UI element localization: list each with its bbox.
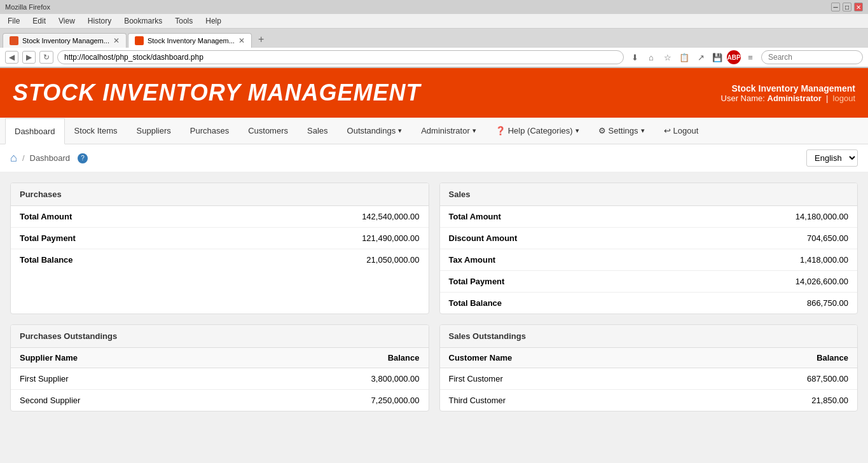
nav-suppliers[interactable]: Suppliers [127, 118, 181, 144]
home-nav-icon[interactable]: ⌂ [644, 50, 658, 64]
app-user-info: User Name: Administrator | logout [721, 93, 855, 103]
customer-balance: 687,500.00 [681, 368, 857, 390]
dashboard-row-2: Purchases Outstandings Supplier Name Bal… [10, 324, 858, 411]
download-icon[interactable]: ⬇ [628, 50, 642, 64]
menu-file[interactable]: File [5, 15, 22, 27]
tab-label-1: Stock Inventory Managem... [22, 37, 109, 45]
table-row: Total Amount142,540,000.00 [11, 206, 429, 228]
address-input[interactable] [57, 50, 624, 64]
app-name-label: Stock Inventory Management [721, 83, 855, 93]
dashboard-row-1: Purchases Total Amount142,540,000.00Tota… [10, 183, 858, 314]
username-label: Administrator [768, 93, 822, 103]
bookmark-icon[interactable]: ☆ [661, 50, 675, 64]
nav-logout[interactable]: ↩ Logout [654, 118, 708, 144]
home-breadcrumb-icon[interactable]: ⌂ [10, 151, 17, 165]
breadcrumb-separator: / [22, 153, 25, 163]
nav-customers[interactable]: Customers [238, 118, 298, 144]
menu-help[interactable]: Help [203, 15, 224, 27]
table-row: Tax Amount1,418,000.00 [440, 249, 858, 271]
so-col-name: Customer Name [440, 348, 682, 368]
nav-settings[interactable]: ⚙ Settings [589, 118, 654, 144]
row-value: 121,490,000.00 [240, 228, 428, 249]
menu-tools[interactable]: Tools [172, 15, 195, 27]
help-circle-icon: ❓ [495, 126, 506, 135]
sales-outstandings-panel: Sales Outstandings Customer Name Balance… [439, 324, 858, 411]
so-col-balance: Balance [681, 348, 857, 368]
breadcrumb-help-icon[interactable]: ? [78, 153, 88, 163]
language-select[interactable]: English [806, 149, 858, 167]
tab-close-1[interactable]: ✕ [113, 36, 120, 45]
reload-button[interactable]: ↻ [39, 51, 53, 64]
search-input[interactable] [761, 50, 863, 64]
sales-panel-header: Sales [440, 183, 858, 206]
nav-dashboard[interactable]: Dashboard [5, 118, 65, 144]
row-label: Total Balance [440, 293, 670, 314]
maximize-button[interactable]: □ [843, 3, 851, 11]
minimize-button[interactable]: ─ [831, 3, 840, 11]
tab-icon-1 [10, 36, 18, 45]
menu-edit[interactable]: Edit [30, 15, 48, 27]
row-label: Total Balance [11, 249, 240, 271]
main-content: Purchases Total Amount142,540,000.00Tota… [0, 172, 868, 432]
adblock-icon[interactable]: ABP [727, 50, 741, 64]
browser-tab-2[interactable]: Stock Inventory Managem... ✕ [128, 33, 252, 48]
close-button[interactable]: ✕ [854, 3, 863, 11]
sales-outstandings-header: Sales Outstandings [440, 325, 858, 348]
row-value: 704,650.00 [670, 228, 857, 249]
row-label: Total Payment [11, 228, 240, 249]
supplier-balance: 7,250,000.00 [237, 390, 428, 411]
row-label: Discount Amount [440, 228, 670, 249]
table-row: Total Amount14,180,000.00 [440, 206, 858, 228]
table-row: Discount Amount704,650.00 [440, 228, 858, 249]
row-value: 14,180,000.00 [670, 206, 857, 228]
purchases-panel-header: Purchases [11, 183, 429, 206]
menu-view[interactable]: View [56, 15, 78, 27]
app-header-right: Stock Inventory Management User Name: Ad… [721, 83, 855, 103]
purchases-table: Total Amount142,540,000.00Total Payment1… [11, 206, 429, 270]
row-value: 21,050,000.00 [240, 249, 428, 271]
purchases-panel: Purchases Total Amount142,540,000.00Tota… [10, 183, 429, 314]
po-col-balance: Balance [237, 348, 428, 368]
breadcrumb-current: Dashboard [30, 153, 71, 163]
browser-tab-1[interactable]: Stock Inventory Managem... ✕ [3, 33, 127, 48]
nav-sales[interactable]: Sales [298, 118, 338, 144]
browser-menubar: File Edit View History Bookmarks Tools H… [0, 14, 868, 29]
nav-help[interactable]: ❓ Help (Categories) [486, 118, 589, 144]
nav-stock-items[interactable]: Stock Items [65, 118, 127, 144]
new-tab-button[interactable]: + [253, 31, 269, 48]
tab-icon-2 [135, 36, 144, 45]
table-row: Total Balance866,750.00 [440, 293, 858, 314]
settings-icon: ⚙ [598, 126, 606, 135]
breadcrumb-bar: ⌂ / Dashboard ? English [0, 144, 868, 172]
tab-close-2[interactable]: ✕ [238, 36, 245, 45]
table-row: First Customer687,500.00 [440, 368, 858, 390]
nav-outstandings[interactable]: Outstandings [338, 118, 412, 144]
user-label: User Name: [721, 93, 765, 103]
nav-purchases[interactable]: Purchases [181, 118, 238, 144]
table-row: Second Supplier7,250,000.00 [11, 390, 429, 411]
menu-bookmarks[interactable]: Bookmarks [121, 15, 165, 27]
browser-tabs-bar: Stock Inventory Managem... ✕ Stock Inven… [0, 29, 868, 48]
app-title: STOCK INVENTORY MANAGEMENT [13, 79, 420, 106]
table-row: Total Balance21,050,000.00 [11, 249, 429, 271]
reader-icon[interactable]: 📋 [677, 50, 691, 64]
customer-name: First Customer [440, 368, 682, 390]
row-label: Tax Amount [440, 249, 670, 271]
navbar: Dashboard Stock Items Suppliers Purchase… [0, 118, 868, 144]
menu-history[interactable]: History [85, 15, 114, 27]
row-value: 1,418,000.00 [670, 249, 857, 271]
back-button[interactable]: ◀ [5, 51, 18, 64]
menu-icon[interactable]: ≡ [743, 50, 757, 64]
share-icon[interactable]: ↗ [694, 50, 708, 64]
nav-administrator[interactable]: Administrator [411, 118, 486, 144]
po-col-name: Supplier Name [11, 348, 237, 368]
forward-button[interactable]: ▶ [22, 51, 36, 64]
sales-table: Total Amount14,180,000.00Discount Amount… [440, 206, 858, 314]
row-value: 142,540,000.00 [240, 206, 428, 228]
purchases-outstandings-panel: Purchases Outstandings Supplier Name Bal… [10, 324, 429, 411]
table-row: Total Payment121,490,000.00 [11, 228, 429, 249]
save-icon[interactable]: 💾 [710, 50, 724, 64]
supplier-name: First Supplier [11, 368, 237, 390]
supplier-name: Second Supplier [11, 390, 237, 411]
logout-link[interactable]: logout [833, 93, 855, 103]
